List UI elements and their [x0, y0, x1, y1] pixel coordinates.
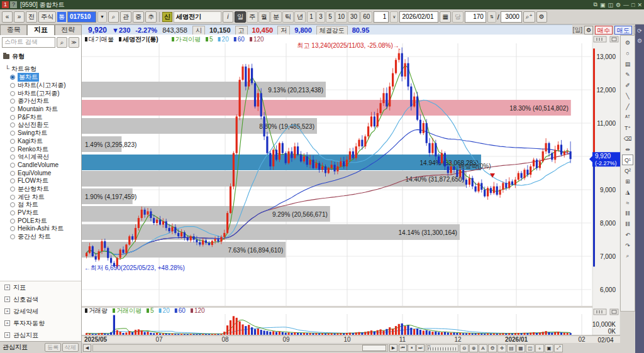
magnifier-icon[interactable]: ⌕ — [622, 251, 633, 261]
bar-width-icon[interactable]: ‖‖ — [622, 208, 633, 219]
chart-type-8[interactable]: Kagi차트 — [0, 138, 81, 146]
account-badge[interactable]: 통 — [57, 12, 66, 22]
chart-gear-icon[interactable]: ⚙ — [584, 26, 593, 35]
zoom-in-icon[interactable]: ⊕ — [469, 344, 478, 352]
calendar-icon[interactable]: ▦ — [440, 11, 450, 23]
interval-button-5[interactable]: 5 — [326, 11, 335, 23]
total-bars-input[interactable]: 3000 — [501, 11, 522, 23]
chart-type-6[interactable]: 삼선전환도 — [0, 121, 81, 129]
pencil-tool-icon[interactable]: ✐ — [622, 80, 633, 90]
expand-icon[interactable]: + — [4, 285, 10, 290]
panel-icon[interactable]: ▤ — [507, 344, 516, 352]
save-layout-icon[interactable]: ▣ — [545, 344, 553, 352]
expand-icon[interactable]: + — [4, 332, 10, 338]
date-input[interactable]: 2026/02/01 — [399, 11, 438, 23]
back-button[interactable]: « — [2, 11, 13, 23]
related-button[interactable]: 관 — [120, 11, 131, 23]
compare-icon[interactable]: ⇹ — [622, 144, 633, 155]
chart-type-0[interactable]: 봉차트 — [0, 73, 81, 82]
stock-info-button[interactable]: i — [223, 11, 233, 23]
minimize-button[interactable]: — — [623, 2, 629, 8]
zoom-area-icon[interactable]: Q² — [622, 165, 633, 176]
zoom-in-tool-icon[interactable]: Q¹ — [622, 155, 633, 165]
step-last-icon[interactable]: ⏭ — [416, 344, 425, 352]
chart-type-7[interactable]: Swing차트 — [0, 129, 81, 138]
zoom-plus-icon[interactable]: ⌕⁺ — [523, 11, 535, 23]
chart-type-18[interactable]: POLE차트 — [0, 217, 81, 225]
tab-지표[interactable]: 지표 — [27, 24, 54, 35]
layout-icon[interactable]: ▣ — [600, 2, 606, 8]
new-window-icon[interactable]: ⧉ — [593, 1, 597, 8]
stock-search-icon[interactable]: ⌕ — [108, 11, 119, 23]
step-first-icon[interactable]: ⏮ — [399, 344, 407, 352]
dock-settings-icon[interactable]: ⚙ — [637, 38, 642, 44]
undo-icon[interactable]: ↶ — [622, 229, 633, 240]
tab-종목[interactable]: 종목 — [0, 24, 27, 35]
search-icon[interactable]: ⌕ — [57, 37, 67, 48]
asset-type-button[interactable]: 주식 — [38, 11, 56, 23]
close-button[interactable]: ✕ — [637, 2, 642, 8]
period-button-틱[interactable]: 틱 — [282, 11, 294, 23]
dang-button[interactable]: 당 — [452, 11, 464, 23]
refresh-icon[interactable]: ⟳ — [637, 28, 642, 34]
fullscreen-icon[interactable]: ⤢ — [554, 344, 563, 352]
prev-stock-button[interactable]: 전 — [26, 11, 37, 23]
count-spinner[interactable]: ⇅ — [487, 11, 496, 23]
stock-code-input[interactable]: 017510 — [67, 11, 96, 23]
chart-type-16[interactable]: 점 차트 — [0, 201, 81, 209]
collapse-sidebar-icon[interactable]: ≫ — [69, 37, 79, 48]
auto-trendline-icon[interactable]: ᴬᵀ — [622, 112, 633, 122]
period-button-분[interactable]: 분 — [270, 11, 282, 23]
sidebar-section-투자자동향[interactable]: +투자자동향 — [0, 317, 81, 329]
redo-icon[interactable]: ↷ — [622, 240, 633, 251]
zoom-slider[interactable]: ▽ — [426, 344, 458, 352]
search-input[interactable]: 스마트 검색 — [2, 37, 55, 48]
crosshair-icon[interactable]: ✛ — [497, 344, 506, 352]
scroll-right-button[interactable]: ▶ — [389, 344, 397, 352]
auto-scale-icon[interactable]: A — [479, 344, 487, 352]
interval-button-60[interactable]: 60 — [360, 11, 372, 23]
slider-handle[interactable]: ▽ — [427, 345, 430, 350]
chart-type-2[interactable]: 바차트(고저종) — [0, 89, 81, 97]
ellipse-tool-icon[interactable]: ○ — [622, 48, 633, 58]
chart-type-1[interactable]: 바차트(시고저종) — [0, 82, 81, 90]
grid-icon[interactable]: ▦ — [516, 344, 525, 352]
settings-icon[interactable]: ⚙ — [616, 2, 621, 8]
maximize-button[interactable]: □ — [631, 2, 635, 8]
interval-button-10[interactable]: 10 — [335, 11, 347, 23]
expand-icon[interactable]: + — [4, 308, 10, 314]
interval-button-30[interactable]: 30 — [348, 11, 360, 23]
chart-scrollbar[interactable] — [92, 344, 388, 352]
chart-type-4[interactable]: Mountain 차트 — [0, 106, 81, 114]
chart-style-icon[interactable]: ▤ — [622, 58, 633, 69]
signal-icon[interactable]: ◮ — [622, 187, 633, 197]
interval-input[interactable]: 1 — [374, 11, 389, 23]
tree-root[interactable]: └ 차트유형 — [0, 63, 81, 73]
add-pane-icon[interactable]: ＋ — [535, 344, 544, 352]
period-button-월[interactable]: 월 — [258, 11, 270, 23]
chart-type-20[interactable]: 중간선 차트 — [0, 233, 81, 241]
scrollbar-thumb[interactable] — [362, 345, 386, 351]
chart-type-9[interactable]: Renko차트 — [0, 145, 81, 153]
chart-type-3[interactable]: 종가선차트 — [0, 97, 81, 106]
sidebar-section-관심지표[interactable]: +관심지표 — [0, 329, 81, 341]
capture-icon[interactable]: ◫ — [608, 2, 613, 8]
grid-toggle-icon[interactable]: ⊞ — [622, 176, 633, 187]
eraser-tool-icon[interactable]: ⌫ — [622, 133, 633, 144]
tab-전략[interactable]: 전략 — [55, 24, 82, 35]
chart-type-11[interactable]: CandleVolume — [0, 161, 81, 170]
toolbar-settings-icon[interactable]: ⚙ — [536, 11, 547, 23]
period-button-년[interactable]: 년 — [294, 11, 306, 23]
chart-type-12[interactable]: EquiVolume — [0, 169, 81, 177]
footer-등록-button[interactable]: 등록 — [45, 343, 61, 352]
bar-space-icon[interactable]: ‖‖ — [622, 219, 633, 229]
chart-type-13[interactable]: FLOW차트 — [0, 177, 81, 185]
zoom-out-icon[interactable]: ⊖ — [460, 344, 469, 352]
bar-count-input[interactable]: 170 — [465, 11, 486, 23]
text-tool-icon[interactable]: T⁺ — [622, 122, 633, 133]
code-dropdown-icon[interactable]: ▼ — [97, 11, 107, 23]
scroll-left-button[interactable]: ◀ — [83, 344, 91, 352]
compress-icon[interactable]: ◫ — [526, 344, 535, 352]
increase-button[interactable]: 증 — [133, 11, 144, 23]
add-button[interactable]: 추 — [145, 11, 157, 23]
